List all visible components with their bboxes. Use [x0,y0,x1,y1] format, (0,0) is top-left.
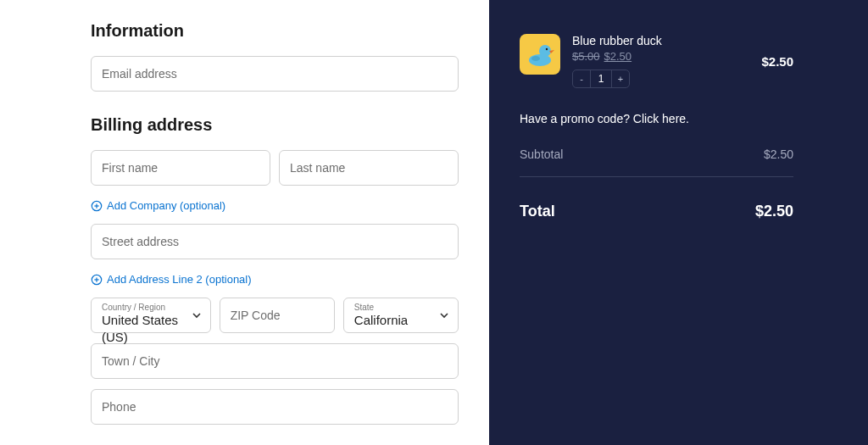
country-label: Country / Region [102,303,200,312]
order-summary: Blue rubber duck $5.00$2.50 - 1 + $2.50 … [489,0,868,445]
original-price: $5.00 [572,50,600,63]
plus-circle-icon [91,200,103,212]
country-value: United States (US) [102,313,178,344]
add-company-label: Add Company (optional) [107,199,225,212]
svg-point-7 [539,45,551,57]
state-value: California [354,313,408,327]
chevron-down-icon [439,310,449,320]
email-field[interactable] [91,56,459,92]
product-price: $5.00$2.50 [572,50,749,63]
information-heading: Information [91,21,459,41]
duck-icon [526,42,554,67]
svg-point-9 [531,56,540,61]
street-address-field[interactable] [91,224,459,259]
qty-increase-button[interactable]: + [612,70,629,87]
town-city-field[interactable] [91,343,459,379]
svg-point-8 [546,48,548,50]
zip-field[interactable] [220,298,335,333]
promo-code-link[interactable]: Have a promo code? Click here. [520,112,793,125]
state-select[interactable]: State California [343,298,459,333]
first-name-field[interactable] [91,150,270,186]
state-label: State [354,303,448,312]
phone-field[interactable] [91,389,459,425]
subtotal-value: $2.50 [764,147,793,161]
add-line2-label: Add Address Line 2 (optional) [107,273,252,286]
qty-value: 1 [590,70,612,87]
billing-section: Billing address Add Company (optional) A… [91,115,459,425]
total-value: $2.50 [755,203,793,220]
quantity-stepper: - 1 + [572,70,630,88]
subtotal-row: Subtotal $2.50 [520,147,793,161]
discount-price: $2.50 [604,50,632,63]
country-select[interactable]: Country / Region United States (US) [91,298,211,333]
last-name-field[interactable] [279,150,459,186]
subtotal-label: Subtotal [520,147,563,161]
line-total: $2.50 [761,54,793,69]
chevron-down-icon [192,310,202,320]
information-section: Information [91,21,459,92]
cart-item-details: Blue rubber duck $5.00$2.50 - 1 + [572,34,749,88]
product-thumbnail [520,34,560,75]
plus-circle-icon [91,274,103,286]
billing-heading: Billing address [91,115,459,135]
cart-item: Blue rubber duck $5.00$2.50 - 1 + $2.50 [520,34,793,88]
total-label: Total [520,203,555,220]
add-company-link[interactable]: Add Company (optional) [91,199,225,212]
product-name: Blue rubber duck [572,34,749,47]
add-address-line-2-link[interactable]: Add Address Line 2 (optional) [91,273,252,286]
checkout-form: Information Billing address Add Company … [0,0,489,445]
total-row: Total $2.50 [520,176,793,220]
qty-decrease-button[interactable]: - [573,70,590,87]
